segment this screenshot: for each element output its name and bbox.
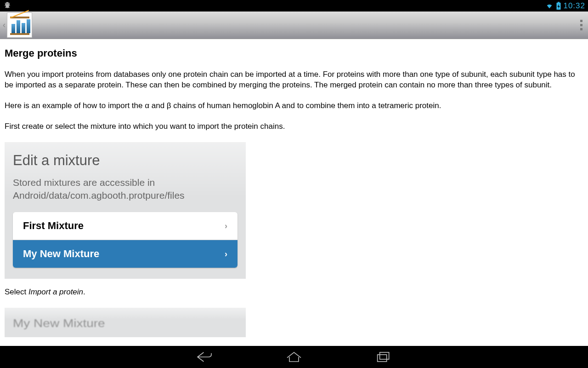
status-left <box>3 1 12 11</box>
nav-home-button[interactable] <box>285 351 303 363</box>
list-item[interactable]: My New Mixture › <box>13 240 237 268</box>
svg-rect-1 <box>558 2 560 3</box>
status-right: 10:32 <box>545 1 585 11</box>
paragraph-instruction: First create or select the mixture into … <box>5 121 583 132</box>
list-item-label: First Mixture <box>23 220 84 232</box>
card-subtitle: Stored mixtures are accessible in Androi… <box>13 176 237 202</box>
list-item-label: My New Mixture <box>23 248 99 260</box>
paragraph-intro: When you import proteins from databases … <box>5 69 583 91</box>
edit-mixture-screenshot: Edit a mixture Stored mixtures are acces… <box>5 142 246 279</box>
list-item[interactable]: First Mixture › <box>13 212 237 240</box>
action-bar-home[interactable]: ‹ <box>1 12 32 38</box>
paragraph-example: Here is an example of how to import the … <box>5 101 583 111</box>
battery-charging-icon <box>556 2 561 10</box>
chevron-right-icon: › <box>225 221 227 231</box>
mixture-detail-screenshot-cut: My New Mixture <box>5 308 246 337</box>
svg-rect-2 <box>378 355 387 362</box>
page-title: Merge proteins <box>5 47 583 59</box>
debug-icon <box>3 1 12 9</box>
wifi-icon <box>545 2 554 10</box>
help-content: Merge proteins When you import proteins … <box>0 39 588 346</box>
clock: 10:32 <box>563 1 585 11</box>
overflow-menu-button[interactable] <box>577 18 585 32</box>
android-nav-bar <box>0 346 588 368</box>
card-title: Edit a mixture <box>13 152 237 169</box>
svg-rect-3 <box>380 352 389 359</box>
action-bar: ‹ <box>0 12 588 39</box>
chevron-right-icon: › <box>225 249 227 259</box>
card-title-preview: My New Mixture <box>13 317 237 330</box>
nav-back-button[interactable] <box>195 351 214 363</box>
back-caret-icon: ‹ <box>1 20 6 30</box>
nav-recent-button[interactable] <box>374 351 393 363</box>
mixture-list: First Mixture › My New Mixture › <box>13 212 237 268</box>
paragraph-select: Select Import a protein. <box>5 287 583 298</box>
app-icon <box>7 12 32 38</box>
android-status-bar: 10:32 <box>0 0 588 12</box>
